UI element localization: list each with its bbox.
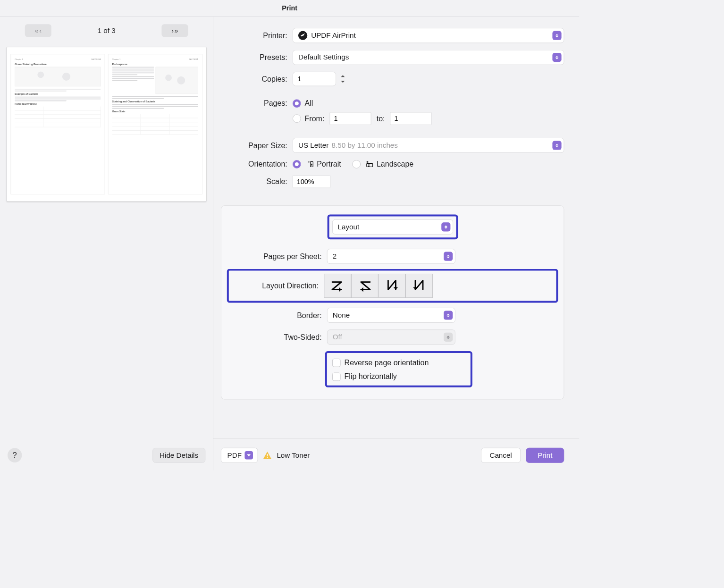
layout-panel: Layout Pages per Sheet: 2 Layout Directi…: [221, 205, 564, 399]
presets-label: Presets:: [221, 53, 293, 61]
paper-size-select[interactable]: US Letter 8.50 by 11.00 inches: [293, 138, 564, 153]
doc-section: BACTERIA: [189, 58, 198, 60]
svg-point-3: [369, 164, 370, 166]
preview-sheet: Chapter 1 BACTERIA Gram Staining Procedu…: [7, 47, 207, 202]
chevron-updown-icon: [444, 333, 453, 342]
two-sided-value: Off: [333, 333, 342, 342]
hide-details-button[interactable]: Hide Details: [152, 448, 205, 463]
pdf-menu-button[interactable]: PDF: [221, 448, 258, 463]
printer-value: UPDF AirPrint: [311, 31, 356, 40]
dialog-footer: PDF Low Toner Cancel Print: [213, 438, 579, 463]
doc-chapter: Chapter 1: [112, 58, 121, 60]
chevron-updown-icon: [552, 53, 561, 62]
presets-value: Default Settings: [298, 53, 349, 62]
low-toner-label: Low Toner: [277, 451, 310, 460]
chevron-updown-icon: [552, 31, 561, 40]
warning-icon: [263, 452, 272, 459]
pages-all-radio[interactable]: [293, 99, 301, 108]
layout-direction-option-4[interactable]: [405, 274, 433, 298]
svg-rect-5: [267, 457, 268, 458]
two-sided-select: Off: [327, 329, 455, 344]
section-select[interactable]: Layout: [332, 219, 453, 235]
preview-pane: « ‹ 1 of 3 › » Chapter 1 BACTERIA Gram S…: [0, 17, 213, 470]
pdf-label: PDF: [227, 451, 242, 460]
scale-input[interactable]: [293, 175, 330, 188]
chevron-updown-icon: [552, 141, 561, 150]
reverse-orientation-label: Reverse page orientation: [345, 358, 429, 367]
chevron-updown-icon: [441, 222, 450, 231]
pages-from-input[interactable]: [330, 112, 371, 125]
copies-stepper[interactable]: [339, 73, 346, 84]
preview-doc-page-right: Chapter 1 BACTERIA Endospores Staining a…: [108, 54, 202, 194]
border-select[interactable]: None: [327, 308, 455, 323]
border-value: None: [333, 311, 350, 319]
doc-sub2: Fungi (Eumycetes): [15, 102, 101, 105]
flip-horizontally-label: Flip horizontally: [345, 372, 397, 381]
svg-rect-4: [267, 454, 268, 456]
printer-icon: [298, 31, 307, 40]
section-value: Layout: [338, 223, 360, 231]
orientation-landscape-radio[interactable]: [353, 160, 361, 168]
chevron-updown-icon: [444, 252, 453, 261]
doc-heading: Endospores: [112, 63, 198, 66]
page-prev-button[interactable]: « ‹: [25, 24, 51, 37]
paper-size-label: Paper Size:: [221, 141, 293, 150]
svg-point-1: [311, 163, 312, 165]
doc-heading: Gram Staining Procedure: [15, 63, 101, 66]
settings-pane: Printer: UPDF AirPrint Presets: Default …: [213, 17, 579, 470]
paper-size-name: US Letter: [298, 141, 328, 150]
pages-from-label: From:: [305, 114, 325, 123]
layout-direction-group: [324, 274, 432, 298]
pages-per-sheet-select[interactable]: 2: [327, 249, 455, 264]
chevron-updown-icon: [444, 311, 453, 319]
border-label: Border:: [229, 311, 327, 319]
printer-select[interactable]: UPDF AirPrint: [293, 28, 564, 43]
scale-label: Scale:: [221, 177, 293, 186]
dialog-title: Print: [0, 0, 579, 17]
printer-label: Printer:: [221, 31, 293, 40]
layout-direction-option-2[interactable]: [351, 274, 379, 298]
print-button[interactable]: Print: [526, 448, 564, 463]
layout-direction-label: Layout Direction:: [232, 281, 324, 290]
orientation-label: Orientation:: [221, 160, 293, 168]
landscape-label: Landscape: [377, 160, 413, 168]
chevron-right-icon: ›: [171, 26, 174, 34]
portrait-icon: [306, 160, 314, 168]
pages-to-input[interactable]: [390, 112, 432, 125]
portrait-label: Portrait: [317, 160, 341, 168]
pages-per-sheet-value: 2: [333, 252, 337, 260]
page-indicator: 1 of 3: [98, 26, 116, 35]
pages-label: Pages:: [221, 99, 293, 108]
doc-chapter: Chapter 1: [15, 58, 23, 60]
stepper-down-icon[interactable]: [339, 79, 346, 84]
chevron-last-icon: »: [175, 26, 178, 34]
cancel-button[interactable]: Cancel: [481, 448, 521, 463]
chevron-down-icon: [244, 451, 253, 460]
landscape-icon: [366, 160, 374, 168]
stepper-up-icon[interactable]: [339, 73, 346, 79]
orientation-portrait-radio[interactable]: [293, 160, 301, 168]
doc-sub1: Staining and Observation of Bacteria: [112, 100, 198, 103]
pages-per-sheet-label: Pages per Sheet:: [229, 252, 327, 260]
reverse-orientation-checkbox[interactable]: [332, 359, 341, 367]
pages-to-label: to:: [377, 114, 385, 123]
doc-sub1: Example of Bacteria: [15, 92, 101, 95]
help-button[interactable]: ?: [8, 448, 22, 462]
paper-size-dim: 8.50 by 11.00 inches: [332, 141, 398, 150]
chevron-left-icon: ‹: [39, 26, 42, 34]
presets-select[interactable]: Default Settings: [293, 50, 564, 65]
doc-section: BACTERIA: [92, 58, 101, 60]
pages-all-label: All: [305, 99, 313, 108]
copies-input[interactable]: [293, 72, 336, 86]
layout-direction-option-3[interactable]: [379, 274, 406, 298]
doc-sub2: Gram Stain: [112, 110, 198, 113]
preview-doc-page-left: Chapter 1 BACTERIA Gram Staining Procedu…: [10, 54, 105, 194]
svg-rect-2: [367, 163, 373, 167]
flip-horizontally-checkbox[interactable]: [332, 372, 341, 381]
copies-label: Copies:: [221, 75, 293, 83]
chevron-first-icon: «: [35, 26, 39, 34]
pages-range-radio[interactable]: [293, 114, 301, 123]
page-next-button[interactable]: › »: [161, 24, 188, 37]
two-sided-label: Two-Sided:: [229, 333, 327, 341]
layout-direction-option-1[interactable]: [324, 274, 351, 298]
